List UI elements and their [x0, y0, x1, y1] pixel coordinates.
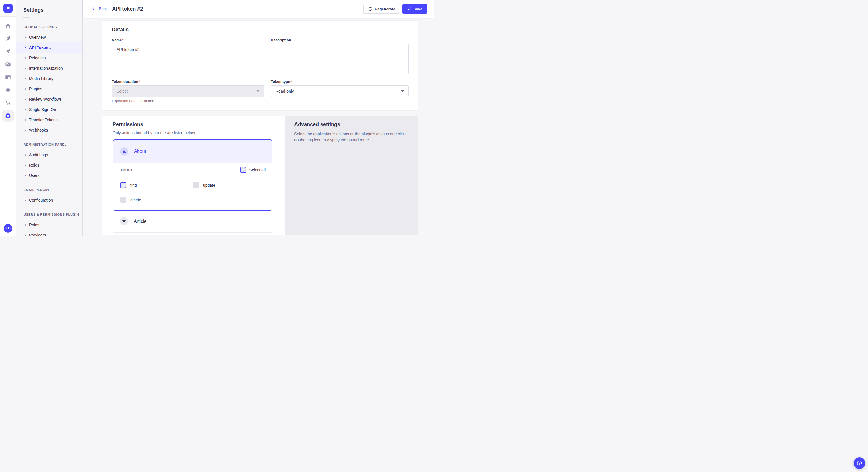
bullet-icon [25, 224, 26, 226]
sidebar-item-label: Review Workflows [29, 97, 62, 102]
user-avatar[interactable]: KD [4, 224, 12, 233]
sidebar-item-users[interactable]: Users [17, 170, 82, 181]
rail-icon-list [2, 20, 14, 123]
sidebar-item-roles-admin[interactable]: Roles [17, 160, 82, 170]
details-heading: Details [112, 27, 409, 33]
delete-checkbox[interactable] [120, 197, 126, 203]
name-field-group: Name* [112, 38, 265, 75]
select-all-label: Select all [249, 168, 266, 172]
sidebar-item-overview[interactable]: Overview [17, 32, 82, 42]
back-label: Back [99, 7, 107, 11]
sidebar-item-providers[interactable]: Providers [17, 230, 82, 236]
collapse-toggle[interactable] [120, 147, 128, 156]
category-divider [137, 170, 236, 170]
description-field-group: Description [271, 38, 409, 75]
advanced-settings-heading: Advanced settings [294, 122, 408, 128]
nav-list-email: Configuration [17, 195, 82, 205]
chevron-down-icon [257, 90, 259, 92]
bullet-icon [25, 165, 26, 166]
sidebar-item-review-workflows[interactable]: Review Workflows [17, 94, 82, 104]
token-type-field-group: Token type* Read-only [271, 79, 409, 103]
required-asterisk: * [122, 38, 123, 42]
back-link[interactable]: Back [92, 7, 107, 11]
section-label-users-permissions-plugin: USERS & PERMISSIONS PLUGIN [24, 213, 82, 216]
permissions-heading: Permissions [113, 122, 272, 128]
sidebar-item-plugins[interactable]: Plugins [17, 84, 82, 94]
token-type-label: Token type* [271, 79, 409, 84]
about-category-row: ABOUT Select all [120, 167, 266, 173]
save-label: Save [414, 7, 422, 11]
section-label-email-plugin: EMAIL PLUGIN [24, 188, 82, 192]
bullet-icon [25, 235, 26, 236]
find-checkbox[interactable] [120, 182, 126, 188]
token-type-select[interactable]: Read-only [271, 86, 409, 97]
select-all-checkbox[interactable] [240, 167, 246, 173]
cloud-icon[interactable] [2, 84, 14, 96]
save-button[interactable]: Save [402, 4, 427, 14]
action-label: delete [130, 198, 141, 202]
action-label: find [130, 183, 137, 188]
sidebar-item-label: Audit Logs [29, 153, 48, 157]
advanced-settings-description: Select the application's actions or the … [294, 131, 408, 143]
refresh-icon [368, 7, 373, 11]
sidebar-item-label: Releases [29, 56, 45, 60]
strapi-logo[interactable] [3, 4, 12, 13]
sidebar-item-label: Configuration [29, 198, 53, 202]
sidebar-item-media-library[interactable]: Media Library [17, 73, 82, 84]
paper-plane-icon[interactable] [2, 45, 14, 57]
expand-toggle[interactable] [120, 217, 128, 225]
action-find[interactable]: find [120, 182, 193, 188]
sidebar-item-webhooks[interactable]: Webhooks [17, 125, 82, 135]
strapi-logo-icon [5, 5, 11, 11]
sidebar-item-roles-up[interactable]: Roles [17, 220, 82, 230]
bullet-icon [25, 154, 26, 156]
sidebar-item-label: Providers [29, 233, 46, 236]
check-icon [122, 183, 125, 187]
sidebar-item-label: Roles [29, 163, 39, 167]
nav-list-admin: Audit Logs Roles Users [17, 150, 82, 181]
chevron-down-icon [122, 220, 126, 223]
section-label-admin-panel: ADMINISTRATION PANEL [24, 143, 82, 146]
update-checkbox[interactable] [193, 182, 199, 188]
feather-icon[interactable] [2, 33, 14, 44]
cart-icon[interactable] [2, 97, 14, 109]
sidebar-item-label: Overview [29, 35, 45, 40]
about-accordion-title: About [134, 149, 146, 154]
page-content: Details Name* Description Token duration… [83, 18, 434, 236]
article-accordion-header[interactable]: Article [113, 211, 272, 225]
gear-icon[interactable] [2, 110, 14, 122]
select-all-control[interactable]: Select all [240, 167, 266, 173]
bullet-icon [25, 175, 26, 176]
sidebar-item-label: Webhooks [29, 128, 48, 133]
sidebar-item-label: Plugins [29, 87, 42, 91]
sidebar-item-releases[interactable]: Releases [17, 53, 82, 63]
advanced-settings-panel: Advanced settings Select the application… [285, 115, 418, 235]
sidebar-item-label: Media Library [29, 76, 53, 81]
action-delete[interactable]: delete [120, 197, 193, 203]
layout-icon[interactable] [2, 71, 14, 83]
name-input[interactable] [112, 44, 265, 55]
required-asterisk: * [138, 79, 140, 84]
sidebar-item-transfer-tokens[interactable]: Transfer Tokens [17, 115, 82, 125]
bullet-icon [25, 119, 26, 121]
sidebar-item-label: Internationalization [29, 66, 63, 71]
sidebar-item-api-tokens[interactable]: API Tokens [17, 42, 82, 53]
token-duration-select[interactable]: Select [112, 86, 265, 97]
regenerate-button[interactable]: Regenerate [363, 4, 400, 14]
sidebar-item-audit-logs[interactable]: Audit Logs [17, 150, 82, 160]
bullet-icon [25, 130, 26, 131]
bullet-icon [25, 68, 26, 69]
action-update[interactable]: update [193, 182, 266, 188]
details-form: Name* Description Token duration* Select [112, 38, 409, 103]
description-label: Description [271, 38, 409, 42]
bullet-icon [25, 78, 26, 79]
sidebar-item-configuration[interactable]: Configuration [17, 195, 82, 205]
description-textarea[interactable] [271, 44, 409, 74]
home-icon[interactable] [2, 20, 14, 31]
sidebar-item-label: Users [29, 173, 40, 178]
bullet-icon [25, 200, 26, 201]
media-icon[interactable] [2, 59, 14, 70]
about-accordion-header[interactable]: About [113, 140, 272, 163]
sidebar-item-single-sign-on[interactable]: Single Sign-On [17, 104, 82, 115]
sidebar-item-internationalization[interactable]: Internationalization [17, 63, 82, 73]
